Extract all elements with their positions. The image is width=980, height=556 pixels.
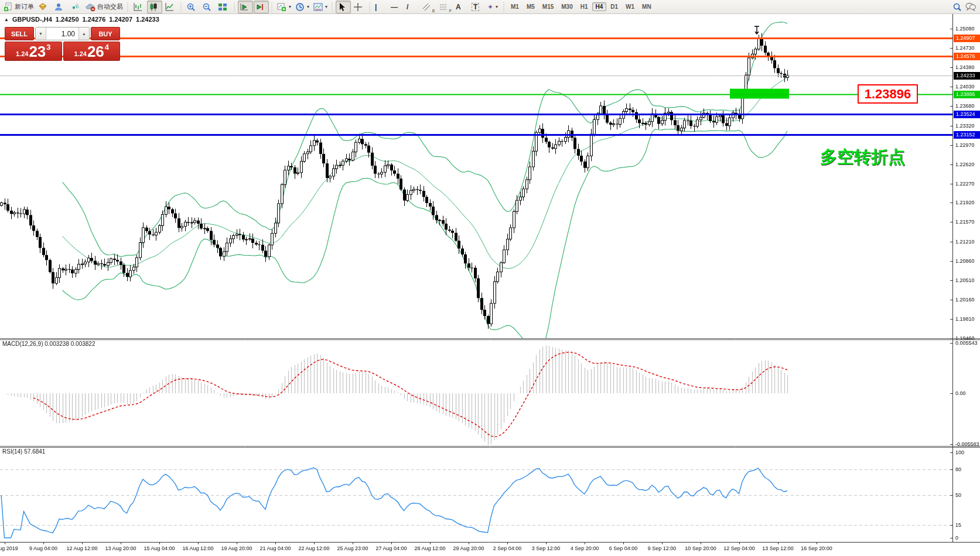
arrows-icon: ✦ [487, 4, 493, 11]
tile-windows-button[interactable] [216, 1, 231, 13]
time-axis-label: 15 Aug 04:00 [144, 545, 175, 551]
bars-chart-icon [133, 2, 142, 12]
fibonacci-button[interactable]: F [438, 1, 453, 13]
cursor-button[interactable] [336, 1, 351, 13]
clock-icon [295, 2, 305, 12]
volume-increase-button[interactable]: ▲ [78, 28, 89, 40]
rsi-tick-label: 50 [955, 492, 961, 498]
zoom-out-icon [202, 2, 211, 12]
volume-spinner: ▼ 1.00 ▲ [35, 27, 90, 40]
line-chart-button[interactable] [163, 1, 178, 13]
time-axis-label: 9 Aug 04:00 [29, 545, 57, 551]
price-tick-label: 1.22270 [955, 181, 975, 187]
chart-shift-icon [255, 2, 265, 12]
timeframe-h4[interactable]: H4 [592, 2, 607, 11]
price-tick-label: 1.23680 [955, 103, 975, 109]
arrows-button[interactable]: ✦ ▾ [486, 1, 501, 13]
price-callout-box[interactable]: 1.23896 [858, 84, 918, 104]
fibonacci-icon [439, 3, 448, 11]
market-watch-button[interactable] [36, 1, 52, 13]
time-axis-label: 10 Sep 20:00 [685, 545, 716, 551]
vertical-line-button[interactable]: | [373, 1, 388, 13]
chat-icon[interactable] [965, 2, 976, 11]
chevron-down-icon: ▾ [289, 4, 291, 9]
buy-button[interactable]: BUY [91, 27, 120, 40]
rsi-indicator-label: RSI(14) 57.6841 [2, 448, 45, 455]
chart-canvas[interactable] [0, 0, 980, 556]
timeframe-m5[interactable]: M5 [523, 2, 538, 11]
macd-tick-label: 0.005543 [955, 340, 978, 346]
profile-button[interactable] [52, 1, 67, 13]
time-axis-label: 6 Sep 04:00 [609, 545, 638, 551]
text-button[interactable]: A [454, 1, 469, 13]
search-icon[interactable] [952, 2, 962, 12]
toolbar-grip [127, 2, 129, 12]
timeframe-d1[interactable]: D1 [607, 2, 622, 11]
buy-price-point: 4 [105, 43, 109, 52]
channel-letter: E [432, 9, 435, 13]
quote-low: 1.24207 [109, 16, 132, 23]
bar-chart-button[interactable] [131, 1, 146, 13]
rsi-tick-label: 0 [955, 535, 958, 541]
timeframe-h1[interactable]: H1 [577, 2, 592, 11]
volume-input[interactable]: 1.00 [46, 28, 78, 40]
toolbar-grip [331, 2, 334, 12]
quote-high: 1.24276 [83, 16, 106, 23]
line-chart-icon [165, 2, 174, 12]
horizontal-line-button[interactable]: — [389, 1, 404, 13]
sell-button[interactable]: SELL [5, 27, 34, 40]
volume-decrease-button[interactable]: ▼ [36, 28, 46, 40]
toolbar-grip [503, 2, 506, 12]
timeframe-m15[interactable]: M15 [539, 2, 557, 11]
timeframe-m1[interactable]: M1 [507, 2, 523, 11]
price-tick-label: 1.22970 [955, 142, 975, 148]
buy-price-pips: 26 [87, 44, 104, 59]
signals-button[interactable] [68, 1, 83, 13]
profile-icon [54, 2, 63, 12]
chevron-down-icon: ▾ [325, 4, 327, 9]
crosshair-button[interactable] [351, 1, 367, 13]
collapse-icon[interactable]: ▲ [4, 17, 9, 22]
trendline-button[interactable]: / [405, 1, 420, 13]
sell-price-big-figure: 1.24 [16, 50, 28, 57]
timeframe-m30[interactable]: M30 [558, 2, 576, 11]
auto-scroll-button[interactable] [238, 1, 253, 13]
zoom-in-button[interactable] [185, 1, 200, 13]
autotrade-icon [86, 2, 95, 12]
time-axis-label: 4 Sep 20:00 [571, 545, 599, 551]
autoscroll-icon [240, 2, 249, 12]
timeframe-mn[interactable]: MN [638, 2, 655, 11]
template-button[interactable]: ▾ [312, 1, 329, 13]
time-axis-label: 7 Aug 2019 [0, 545, 18, 551]
period-button[interactable]: ▾ [293, 1, 311, 13]
time-axis-label: 3 Sep 12:00 [532, 545, 561, 551]
new-order-button[interactable]: 新订单 [2, 1, 36, 13]
time-axis-label: 2 Sep 04:00 [493, 545, 522, 551]
price-tick-label: 1.24380 [955, 64, 975, 70]
macd-indicator-label: MACD(12,26,9) 0.003238 0.003822 [2, 341, 95, 347]
text-label-button[interactable]: T [470, 1, 485, 13]
candlestick-chart-button[interactable] [147, 1, 162, 13]
time-axis-label: 21 Aug 04:00 [259, 545, 291, 551]
candlestick-chart-icon [149, 2, 158, 12]
chart-shift-button[interactable] [254, 1, 269, 13]
add-indicator-button[interactable]: ▾ [275, 1, 293, 13]
sell-price-point: 3 [46, 43, 50, 52]
fibo-letter: F [449, 9, 452, 13]
price-tick-label: 1.19810 [955, 316, 975, 322]
zoom-out-button[interactable] [200, 1, 216, 13]
chevron-down-icon: ▾ [496, 4, 498, 9]
price-tick-label: 1.25080 [955, 26, 975, 32]
time-axis-label: 22 Aug 12:00 [298, 545, 329, 551]
price-tick-label: 1.21570 [955, 219, 975, 225]
timeframe-w1[interactable]: W1 [622, 2, 638, 11]
sell-price-display[interactable]: 1.24 23 3 [5, 42, 62, 61]
chevron-down-icon: ▾ [307, 4, 309, 9]
auto-trading-button[interactable]: 自动交易 [84, 1, 125, 13]
add-indicator-icon [277, 2, 286, 12]
cursor-icon [337, 2, 346, 12]
quote-open: 1.24250 [56, 16, 79, 23]
buy-price-display[interactable]: 1.24 26 4 [63, 42, 121, 61]
channel-button[interactable]: E [421, 1, 437, 13]
price-tick-label: 1.20510 [955, 277, 975, 283]
